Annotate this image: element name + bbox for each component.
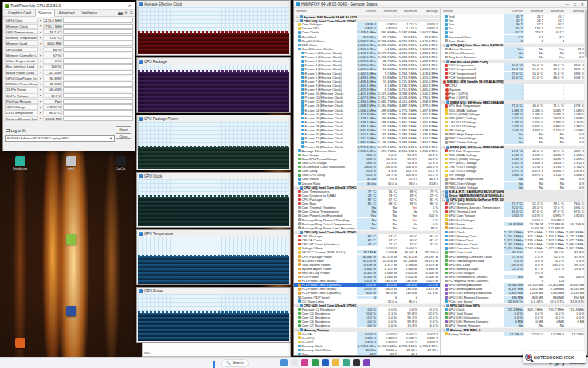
close-icon[interactable]: ✕	[579, 2, 586, 6]
log-to-file-checkbox[interactable]: Log to file	[6, 129, 133, 133]
graph-panel-gpu-clock[interactable]: GPU Clock	[136, 172, 291, 228]
taskbar-icon-app-dark[interactable]	[353, 359, 360, 366]
sensor-type-icon	[301, 72, 304, 75]
sensor-row[interactable]: PMIC Under Voltage No No No 0 %	[441, 140, 586, 144]
sensor-label: Memory Clock	[5, 24, 38, 29]
close-icon[interactable]: ✕	[127, 4, 133, 8]
device-icon	[300, 15, 303, 18]
gpu-select-dropdown[interactable]: NVIDIA GeForce RTX 5090 Laptop GPU ▼	[5, 135, 115, 142]
gpuz-sensor-row[interactable]: Board Power Draw ▾ 147.4 W	[5, 69, 133, 75]
sensor-row[interactable]: Package/Ring Power Limit Exceeded Yes No…	[294, 226, 440, 230]
sensor-type-icon	[298, 194, 301, 198]
settings-icon[interactable]: ⚙	[124, 10, 127, 15]
tab-graphics-card[interactable]: Graphics Card	[5, 10, 34, 17]
gpuz-sensor-row[interactable]: Bus Interface Load ▾ 100 %	[5, 64, 133, 69]
sensor-type-icon	[298, 39, 301, 42]
sensor-row[interactable]: PCIe Link Speed 32.0 GT/s 5.0 GT/s 32.0 …	[441, 299, 586, 303]
gpuz-sensor-row[interactable]: Memory Clock ▾ 1750.1 MHz	[5, 23, 133, 29]
app-icon[interactable]	[116, 156, 126, 166]
app-icon[interactable]	[66, 156, 76, 166]
desktop-icon[interactable]	[10, 338, 30, 349]
gpuz-sensor-row[interactable]: Memory Temperature ▾ 72.0 °C	[5, 35, 133, 41]
gpuz-sensor-row[interactable]: GPU Temperature ▾ 76.2 °C	[5, 29, 133, 35]
sensor-row[interactable]: Tcas 46 T 24 T 46 T	[294, 352, 440, 355]
hwinfo-title: HWiNFO® 64 v8.02-5040 - Sensors Status	[301, 2, 563, 6]
error-icon	[445, 84, 449, 87]
sensor-type-icon	[445, 137, 448, 140]
desktop-icon[interactable]: cdm5	[61, 156, 81, 170]
desktop-icon[interactable]	[61, 306, 81, 317]
camera-icon[interactable]: 📷	[118, 10, 123, 15]
taskbar-icon-file-explorer[interactable]	[332, 359, 339, 366]
taskbar-icon-app-purple[interactable]	[363, 359, 370, 366]
app-icon[interactable]	[15, 156, 25, 166]
app-icon[interactable]	[15, 338, 25, 348]
hwinfo-titlebar[interactable]: HWiNFO® 64 v8.02-5040 - Sensors Status –…	[294, 1, 587, 8]
desktop-icon[interactable]	[61, 234, 81, 245]
reset-button[interactable]: Reset	[116, 126, 131, 131]
sensor-row[interactable]: PCH Temperature4 67.0 °C 51.0 °C 68.0 °C…	[441, 76, 586, 80]
taskbar-icon-app-green[interactable]	[312, 359, 319, 366]
taskbar-icon-browser[interactable]	[322, 359, 329, 366]
sensor-value: 1750.1 MHz	[43, 24, 62, 29]
gpuz-sensor-row[interactable]: GPU Voltage ▾ 0.8550 V	[5, 104, 133, 110]
graph-panel-cpu-package-power[interactable]: CPU Package Power	[136, 115, 291, 170]
gpuz-sensor-row[interactable]: GPU Clock ▾ 2175.0 MHz	[5, 18, 133, 23]
sensor-label: Fan 2 (GPU)	[449, 96, 468, 100]
start-button[interactable]	[211, 359, 218, 366]
gpuz-sensor-row[interactable]: CPU Temperature ▾ 80.0 °C	[5, 110, 133, 115]
gpuz-sensor-row[interactable]: System Memory Used ▾ 15464 MB	[5, 115, 133, 121]
tab-advanced[interactable]: Advanced	[56, 10, 78, 17]
chevron-down-icon: ▼	[109, 136, 112, 140]
sensor-type-icon	[445, 239, 448, 242]
graph-panel-gpu-temperature[interactable]: GPU Temperature	[136, 229, 291, 285]
checkbox-icon[interactable]	[6, 129, 10, 133]
scrollbar[interactable]	[584, 8, 587, 355]
graph-panel-gpu-power[interactable]: GPU Power	[136, 287, 291, 343]
search-box[interactable]: 🔍 Search	[221, 359, 249, 367]
tab-validation[interactable]: Validation	[79, 10, 100, 17]
minimize-icon[interactable]: –	[565, 2, 570, 6]
gpuz-sensor-row[interactable]: GPU Chip Power Draw ▾ 84.8 W	[5, 76, 133, 81]
sensor-row[interactable]: Uncore Ratio 30.0 x 30.0 x 38.0 x 31.8 x	[294, 181, 440, 185]
sensor-row[interactable]: Gear Mode 2 2 4	[441, 39, 586, 43]
sensor-history-bar	[63, 64, 133, 69]
sensor-type-icon	[445, 56, 448, 59]
desktop-icon[interactable]: Introducing	[10, 156, 30, 170]
maximize-icon[interactable]: □	[572, 2, 578, 6]
gpuz-sensor-row[interactable]: 16-Pin Power ▾ 140.4 W	[5, 87, 133, 92]
sensor-value: 84 %	[43, 47, 62, 52]
close-button[interactable]: Close	[116, 133, 131, 139]
minimize-icon[interactable]: –	[120, 4, 125, 8]
value-minimum: 26.0 x	[378, 299, 398, 303]
tab-sensors[interactable]: Sensors	[35, 10, 55, 17]
gpuz-sensor-row[interactable]: 16-Pin Voltage ▾ 19.9 V	[5, 92, 133, 98]
gpuz-sensor-row[interactable]: Memory Controller Load ▾ 57 %	[5, 53, 133, 58]
sensor-row[interactable]: Fan 2 (GPU) - - - -	[441, 96, 586, 100]
gpuz-sensor-row[interactable]: PerfCap Reason ▾ Pwr	[5, 99, 133, 104]
sensor-value: 80.0 °C	[43, 110, 62, 115]
magnifier-logo-icon	[525, 354, 532, 361]
sensor-type-icon	[445, 117, 448, 120]
menu-icon[interactable]: ☰	[130, 10, 133, 15]
value-maximum: No	[545, 323, 566, 327]
desktop-icon[interactable]: CapCut	[110, 156, 131, 170]
sensor-row[interactable]: NPU Throttle Reasons No No No	[441, 323, 586, 327]
sensor-row[interactable]: Core C7 Residency 0.0 % 0.0 % 19.4 % 0.0…	[294, 323, 440, 327]
taskbar-icon-task-view[interactable]	[280, 359, 288, 366]
gpuz-sensor-row[interactable]: MVDDC Power Draw ▾ 22.9 W	[5, 81, 133, 87]
app-icon[interactable]	[66, 234, 76, 245]
gpuz-sensor-row[interactable]: Video Engine Load ▾ 0 %	[5, 58, 133, 64]
sensor-row[interactable]: Battery Voltage 17.298 V 17.210 V 17.298…	[441, 332, 586, 336]
sensor-row[interactable]: PMIC Under Voltage No No No 0 %	[441, 186, 586, 190]
taskbar-icon-app-pink[interactable]	[301, 359, 308, 366]
gpuz-sensor-row[interactable]: GPU Load ▾ 84 %	[5, 46, 133, 52]
taskbar-icon-app-teal[interactable]	[343, 359, 350, 366]
sensor-row[interactable]: Ring Limit Reasons No No Yes 1 %	[441, 55, 586, 59]
taskbar-icon-widgets[interactable]	[291, 359, 298, 366]
graph-panel-cpu-package[interactable]: CPU Package	[136, 57, 291, 113]
app-icon[interactable]	[66, 306, 76, 316]
graph-panel-average-effective-clock[interactable]: Average Effective Clock	[136, 0, 291, 56]
gpuz-sensor-row[interactable]: Memory Used ▾ 6300 MB	[5, 41, 133, 46]
sensor-type-icon	[301, 137, 304, 140]
